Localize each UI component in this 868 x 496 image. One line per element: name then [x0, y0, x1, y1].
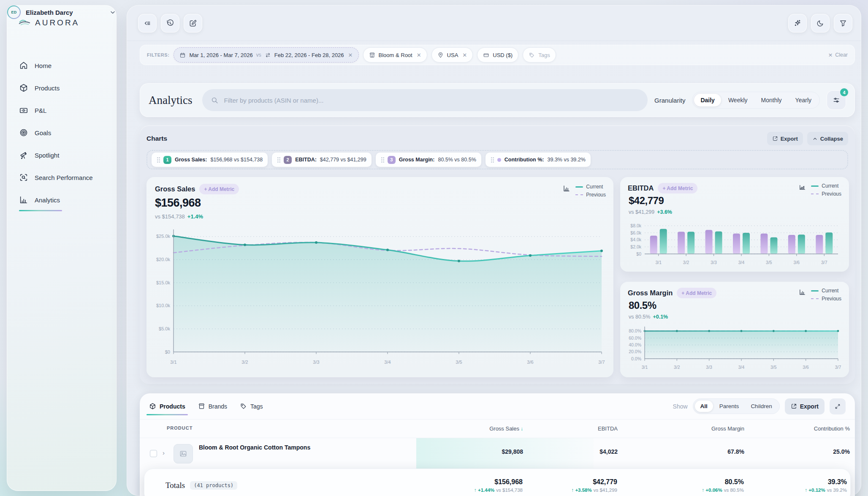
svg-text:3/2: 3/2 [674, 365, 680, 370]
sidebar-item-products[interactable]: Products [19, 79, 110, 96]
chart-legend: Current Previous [811, 183, 841, 197]
clear-icon: ✕ [828, 52, 833, 58]
sidebar-item-spotlight[interactable]: Spotlight [19, 147, 110, 164]
svg-text:$0: $0 [165, 349, 170, 354]
filters-bar: FILTERS: Mar 1, 2026 - Mar 7, 2026 vs Fe… [140, 45, 855, 65]
previous-swatch [575, 194, 583, 195]
add-metric-button[interactable]: + Add Metric [199, 184, 239, 194]
filter-button[interactable] [834, 14, 852, 33]
column-gross-margin[interactable]: Gross Margin [711, 425, 744, 432]
product-name[interactable]: Bloom & Root Organic Cotton Tampons [199, 444, 310, 451]
row-checkbox[interactable] [150, 450, 157, 457]
app-logo: AURORA [18, 18, 79, 27]
add-metric-button[interactable]: + Add Metric [677, 288, 716, 298]
table-export-button[interactable]: Export [785, 398, 825, 414]
drag-handle-icon[interactable] [277, 157, 280, 163]
toolbar-left-group [138, 14, 202, 33]
svg-text:3/6: 3/6 [527, 360, 533, 365]
tab-tags[interactable]: Tags [240, 393, 263, 420]
tags-filter-chip[interactable]: Tags [523, 47, 556, 63]
ai-assistant-button[interactable] [788, 14, 807, 33]
granularity-weekly[interactable]: Weekly [722, 94, 754, 106]
metric-chip-gross-margin[interactable]: 3 Gross Margin: 80.5% vs 80.5% [376, 153, 481, 167]
table-tabs-row: Products Brands Tags Show All Parents Ch… [140, 393, 855, 420]
ebitda-comparison: vs $41,299+3.6% [629, 209, 672, 215]
ebitda-chart[interactable]: $0$2.0k$4.0k$6.0k$8.0k3/13/23/33/43/53/6… [624, 221, 844, 268]
sidebar-item-search-performance[interactable]: Search Performance [19, 169, 110, 186]
row-expand-icon[interactable]: › [163, 449, 165, 456]
svg-text:3/3: 3/3 [706, 365, 712, 370]
charts-section-header: Charts Export Collapse [146, 131, 848, 146]
country-filter-chip[interactable]: USA ✕ [431, 47, 473, 63]
dark-mode-button[interactable] [811, 14, 830, 33]
chart-type-icon[interactable] [799, 184, 806, 191]
show-segmented-control: All Parents Children [693, 398, 780, 414]
column-ebitda[interactable]: EBITDA [598, 425, 618, 432]
svg-text:3/6: 3/6 [803, 365, 809, 370]
show-all[interactable]: All [695, 401, 713, 412]
show-label: Show [673, 403, 688, 410]
filters-label: FILTERS: [147, 52, 169, 57]
currency-filter-chip[interactable]: USD ($) [477, 47, 518, 63]
compose-button[interactable] [184, 14, 202, 33]
totals-count: (41 products) [190, 481, 237, 490]
show-children[interactable]: Children [745, 401, 777, 412]
brand-chip-close-icon[interactable]: ✕ [417, 52, 421, 58]
charts-section: Charts Export Collapse 1 Gross Sales: $1… [140, 125, 855, 384]
history-icon [166, 19, 174, 27]
sidebar-nav: Home Products P&L Goals Spotlight Search… [19, 57, 110, 217]
history-button[interactable] [161, 14, 179, 33]
date-vs-label: vs [256, 52, 261, 58]
charts-collapse-button[interactable]: Collapse [807, 132, 848, 145]
gross-margin-card-header: Gross Margin + Add Metric Current Previo… [628, 288, 841, 302]
sidebar-item-analytics[interactable]: Analytics [19, 191, 110, 208]
tab-products[interactable]: Products [149, 393, 185, 420]
add-metric-button[interactable]: + Add Metric [658, 183, 697, 193]
gross-sales-chart[interactable]: $0$5.0k$10.0k$15.0k$20.0k$25.0k3/13/23/3… [150, 224, 610, 373]
drag-handle-icon[interactable] [157, 157, 160, 163]
metric-settings-button[interactable]: 4 [827, 90, 846, 110]
brand-filter-value: Bloom & Root [379, 52, 412, 58]
search-input[interactable] [224, 97, 639, 104]
charts-export-button[interactable]: Export [767, 132, 803, 145]
column-gross-sales[interactable]: Gross Sales↓ [489, 425, 523, 432]
delta-badge: +0.1% [653, 314, 668, 320]
product-search[interactable] [202, 89, 648, 111]
metric-chips-row: 1 Gross Sales: $156,968 vs $154,738 2 EB… [146, 150, 848, 169]
date-chip-close-icon[interactable]: ✕ [348, 52, 353, 58]
granularity-daily[interactable]: Daily [694, 94, 721, 106]
country-chip-close-icon[interactable]: ✕ [462, 52, 467, 58]
metric-chip-ebitda[interactable]: 2 EBITDA: $42,779 vs $41,299 [272, 153, 372, 167]
table-expand-button[interactable] [830, 398, 846, 414]
granularity-monthly[interactable]: Monthly [755, 94, 788, 106]
gross-margin-chart[interactable]: 0.0%20.0%40.0%60.0%80.0%3/13/23/33/43/53… [624, 326, 844, 373]
swap-icon [265, 52, 271, 58]
svg-text:60.0%: 60.0% [629, 335, 641, 341]
current-swatch [811, 290, 819, 292]
metric-chip-contribution[interactable]: Contribution %: 39.3% vs 39.2% [486, 153, 591, 167]
granularity-yearly[interactable]: Yearly [789, 94, 818, 106]
brand-filter-chip[interactable]: Bloom & Root ✕ [363, 47, 427, 63]
chart-type-icon[interactable] [563, 185, 570, 192]
sidebar-item-pnl[interactable]: P&L [19, 102, 110, 119]
previous-swatch [811, 193, 819, 194]
sidebar-item-home[interactable]: Home [19, 57, 110, 74]
collapse-sidebar-button[interactable] [138, 14, 157, 33]
show-parents[interactable]: Parents [714, 401, 745, 412]
totals-gross-sales: $156,968 ↑ +1.44%vs $154,738 [474, 469, 523, 496]
drag-handle-icon[interactable] [491, 157, 494, 163]
sidebar-item-goals[interactable]: Goals [19, 124, 110, 141]
granularity-label: Granularity [654, 97, 685, 104]
totals-contribution: 39.3% ↑ +0.12%vs 39.2% [805, 469, 847, 496]
clear-filters-button[interactable]: ✕ Clear [828, 52, 848, 58]
column-contribution[interactable]: Contribution % [814, 425, 850, 432]
chart-type-icon[interactable] [799, 289, 806, 296]
drag-handle-icon[interactable] [381, 157, 384, 163]
user-menu[interactable]: ED Elizabeth Darcy [7, 5, 116, 19]
tag-icon [240, 403, 247, 410]
column-product[interactable]: PRODUCT [167, 425, 193, 431]
metric-chip-gross-sales[interactable]: 1 Gross Sales: $156,968 vs $154,738 [152, 153, 268, 167]
date-range-chip[interactable]: Mar 1, 2026 - Mar 7, 2026 vs Feb 22, 202… [174, 47, 358, 63]
card-title: Gross Sales [155, 185, 195, 193]
tab-brands[interactable]: Brands [198, 393, 227, 420]
